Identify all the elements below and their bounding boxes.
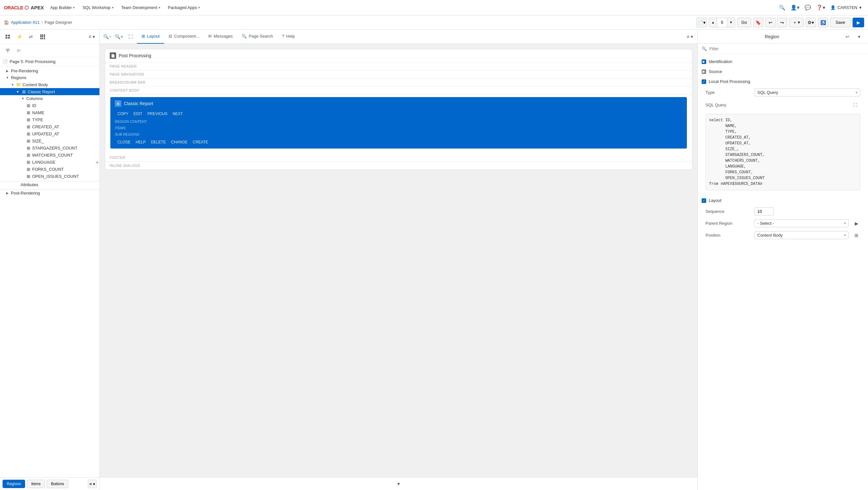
layout-tab-icon: ⊞ <box>142 34 145 39</box>
previous-action[interactable]: PREVIOUS <box>145 110 170 118</box>
list-view-button[interactable] <box>3 32 13 42</box>
close-action[interactable]: CLOSE <box>115 138 133 146</box>
app-builder-nav[interactable]: App Builder ▾ <box>46 0 79 15</box>
tree-item-updated-at[interactable]: ⊞ UPDATED_AT <box>0 130 99 137</box>
numbered-list-button[interactable]: 1= <box>14 45 25 56</box>
tree-item-type[interactable]: ⊞ TYPE <box>0 116 99 123</box>
component-tab[interactable]: ⊟ Component... <box>164 30 204 44</box>
columns-toggle: ▼ <box>21 96 25 101</box>
tree-item-post-rendering[interactable]: ▶ Post-Rendering <box>0 189 99 196</box>
zoom-in-button[interactable]: 🔍+ <box>114 32 124 42</box>
sql-workshop-chevron: ▾ <box>112 6 114 9</box>
expand-button[interactable]: ⛶ <box>125 32 136 42</box>
tree-item-created-at[interactable]: ⊞ CREATED_AT <box>0 123 99 130</box>
change-action[interactable]: CHANGE <box>168 138 190 146</box>
tree-view-button[interactable]: ⚡ <box>14 32 25 42</box>
buttons-tab-button[interactable]: Buttons <box>46 480 68 488</box>
go-button[interactable]: Go <box>737 18 751 27</box>
tree-item-name[interactable]: ⊞ NAME <box>0 109 99 116</box>
tree-item-open-issues[interactable]: ⊞ OPEN_ISSUES_COUNT <box>0 173 99 180</box>
size-label: SIZE_ <box>32 138 44 143</box>
team-development-nav[interactable]: Team Development ▾ <box>117 0 164 15</box>
layout-tab[interactable]: ⊞ Layout <box>137 30 164 44</box>
undo-right-button[interactable]: ↩ <box>842 32 852 42</box>
help-action[interactable]: HELP <box>133 138 148 146</box>
tree-item-stargazers[interactable]: ⊞ STARGAZERS_COUNT <box>0 144 99 152</box>
page-search-tab[interactable]: 🔍 Page Search <box>237 30 277 44</box>
tree-item-classic-report[interactable]: ▼ ⊞ Classic Report <box>0 88 99 95</box>
layout-section-header[interactable]: ✓ Layout <box>698 195 868 205</box>
sequence-input[interactable] <box>754 207 774 216</box>
canvas-menu-button[interactable]: ≡ ▾ <box>685 32 695 42</box>
help-tab[interactable]: ? Help <box>278 30 300 44</box>
grid-view-button[interactable] <box>37 32 48 42</box>
regions-tab-button[interactable]: Regions <box>3 480 25 488</box>
page-num-down-button[interactable]: ▼ <box>727 18 735 27</box>
app-builder-label: App Builder <box>50 5 72 10</box>
tree-item-columns[interactable]: ▼ Columns <box>0 95 99 102</box>
page-title-label: Page 5: Post Processing <box>10 59 55 64</box>
sql-workshop-nav[interactable]: SQL Workshop ▾ <box>79 0 117 15</box>
add-button[interactable]: ＋ ▾ <box>789 18 804 27</box>
user-menu-button[interactable]: 👤▾ <box>789 2 801 13</box>
tree-item-forks[interactable]: ⊞ FORKS_COUNT <box>0 166 99 173</box>
page-properties-button[interactable]: 📄▾ <box>696 18 707 27</box>
delete-action[interactable]: DELETE <box>148 138 168 146</box>
position-list-button[interactable]: ⊞ <box>852 231 860 239</box>
utilities-button[interactable]: ⚙▾ <box>806 18 816 27</box>
tree-item-language[interactable]: ⊞ LANGUAGE ◀ <box>0 159 99 166</box>
sql-expand-button[interactable]: ⛶ <box>850 100 860 110</box>
language-label: LANGUAGE <box>32 160 55 165</box>
left-panel-tools: 1= <box>0 44 99 57</box>
canvas-area: 📄 Post Processing PAGE HEADER PAGE NAVIG… <box>100 44 698 477</box>
search-nav-button[interactable]: 🔍 <box>776 2 788 13</box>
page-num-up-button[interactable]: ▲ <box>709 18 717 27</box>
expand-right-button[interactable]: ▾ <box>854 32 864 42</box>
tree-item-pre-rendering[interactable]: ▶ Pre-Rendering <box>0 67 99 74</box>
copy-action[interactable]: COPY <box>115 110 131 118</box>
tree-item-id[interactable]: ⊞ ID <box>0 102 99 109</box>
accessibility-button[interactable]: ♿ <box>818 18 828 27</box>
create-action[interactable]: CREATE <box>190 138 211 146</box>
messages-tab[interactable]: ✉ Messages <box>204 30 237 44</box>
next-action[interactable]: NEXT <box>170 110 185 118</box>
report-bottom-actions: CLOSE HELP DELETE CHANGE CREATE <box>110 138 687 149</box>
left-panel-icons: ⚡ ⇄ ≡ ▾ <box>0 30 99 44</box>
user-profile-button[interactable]: 👤 CARSTEN ▾ <box>828 2 864 13</box>
chat-button[interactable]: 💬 <box>802 2 814 13</box>
application-link[interactable]: Application 411 <box>11 20 39 25</box>
undo-button[interactable]: ↩ <box>765 18 776 27</box>
position-select[interactable]: Content Body ▾ <box>754 231 849 239</box>
id-label: ID <box>32 103 36 108</box>
bottom-chevron-icon: ▼ <box>396 481 401 486</box>
filter-list-button[interactable] <box>3 45 13 56</box>
sql-code-editor[interactable]: select ID, NAME, TYPE, CREATED_AT, UPDAT… <box>706 114 860 190</box>
local-post-processing-section-header[interactable]: ✓ Local Post Processing <box>698 76 868 87</box>
save-button[interactable]: Save <box>830 18 850 27</box>
filter-input[interactable] <box>709 46 864 51</box>
parent-region-select[interactable]: - Select - ▾ <box>754 219 849 227</box>
tree-item-watchers[interactable]: ⊞ WATCHERS_COUNT <box>0 152 99 159</box>
tree-item-size[interactable]: ⊞ SIZE_ <box>0 137 99 144</box>
page-number-input[interactable] <box>717 18 727 27</box>
bottom-tab-menu-button[interactable]: ≡ ▾ <box>88 480 97 488</box>
source-section-header[interactable]: ▶ Source <box>698 67 868 76</box>
tree-item-content-body[interactable]: ▼ 📁 Content Body <box>0 81 99 88</box>
items-tab-button[interactable]: Items <box>27 480 45 488</box>
redo-button[interactable]: ↪ <box>777 18 787 27</box>
bookmark-button[interactable]: 🔖 <box>753 18 764 27</box>
sort-list-button[interactable]: ≡ ▾ <box>87 32 97 42</box>
component-tab-label: Component... <box>174 34 199 39</box>
compare-button[interactable]: ⇄ <box>26 32 36 42</box>
type-select[interactable]: SQL Query ▾ <box>754 89 860 96</box>
zoom-out-button[interactable]: 🔍− <box>102 32 113 42</box>
run-button[interactable]: ▶ <box>852 18 864 27</box>
edit-action[interactable]: EDIT <box>131 110 145 118</box>
help-button[interactable]: ❓▾ <box>815 2 827 13</box>
parent-region-expand-button[interactable]: ▶ <box>852 220 860 227</box>
packaged-apps-nav[interactable]: Packaged Apps ▾ <box>164 0 204 15</box>
sql-workshop-label: SQL Workshop <box>82 5 110 10</box>
tree-item-attributes[interactable]: Attributes <box>0 181 99 188</box>
identification-section-header[interactable]: ▶ Identification <box>698 57 868 67</box>
tree-item-regions[interactable]: ▼ Regions <box>0 74 99 81</box>
